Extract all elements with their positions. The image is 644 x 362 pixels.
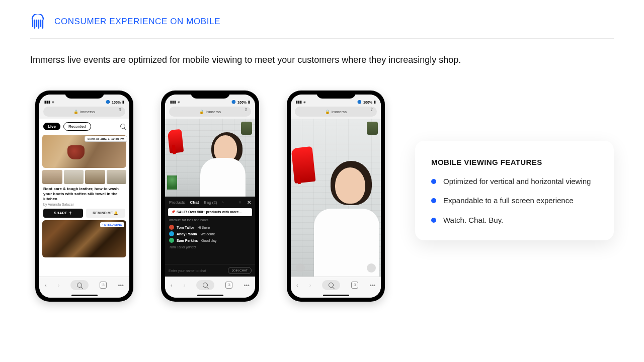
- chat-username: Sam Perkins: [177, 239, 198, 242]
- chat-text: Good day: [201, 239, 216, 242]
- feature-item: Expandable to a full screen experience: [431, 196, 598, 206]
- streaming-badge: • STREAMING: [100, 222, 124, 227]
- presenter: [303, 149, 381, 277]
- more-vertical-icon[interactable]: ⋮: [238, 200, 242, 205]
- features-title: MOBILE VIEWING FEATURES: [431, 158, 598, 166]
- avatar: [169, 231, 174, 236]
- feature-text: Expandable to a full screen experience: [443, 196, 574, 206]
- remind-me-button[interactable]: REMIND ME 🔔: [86, 209, 126, 218]
- feature-text: Watch. Chat. Buy.: [443, 215, 503, 225]
- avatar: [169, 225, 174, 230]
- chat-input[interactable]: Enter your name to chat: [169, 269, 206, 273]
- forward-icon[interactable]: ›: [309, 282, 311, 288]
- bullet-icon: [431, 218, 436, 223]
- bag-icon[interactable]: [296, 263, 305, 273]
- bullet-icon: [431, 179, 436, 184]
- close-icon[interactable]: ✕: [247, 200, 251, 205]
- url-domain: immerss: [80, 110, 95, 114]
- red-heel-product: [168, 129, 184, 153]
- search-button[interactable]: [322, 280, 340, 290]
- tab-live[interactable]: Live: [43, 123, 60, 130]
- url-bar[interactable]: 🔒 immerss ⇪: [295, 107, 377, 117]
- back-icon[interactable]: ‹: [296, 282, 298, 288]
- sale-pinned-message[interactable]: 📌 SALE! Over 500+ products with more...: [168, 208, 252, 216]
- more-icon[interactable]: •••: [369, 282, 375, 288]
- features-list: Optimized for vertical and horizontal vi…: [431, 176, 598, 225]
- chat-username: Andy Panda: [177, 232, 197, 236]
- tab-products[interactable]: Products: [169, 200, 185, 205]
- header: CONSUMER EXPERIENCE ON MOBILE: [0, 0, 644, 38]
- url-bar[interactable]: 🔒 immerss ⇪: [169, 107, 251, 117]
- product-thumbnails[interactable]: [42, 170, 126, 184]
- browser-bottom-nav: ‹ › 3 •••: [165, 277, 255, 293]
- phone-3: ▮▮▮ᯤ 🔵100%▮ 🔒 immerss ⇪: [287, 90, 385, 302]
- browser-bottom-nav: ‹ › 3 •••: [291, 277, 381, 293]
- back-icon[interactable]: ‹: [171, 282, 173, 288]
- main: ▮▮▮ᯤ 🔵100%▮ 🔒 immerss ⇪ Live Recorded: [0, 65, 644, 302]
- chat-username: Tom Tailor: [177, 226, 194, 229]
- tabs-button[interactable]: 3: [351, 282, 358, 289]
- share-icon[interactable]: ⇪: [244, 107, 248, 112]
- search-button[interactable]: [196, 280, 214, 290]
- chat-panel: Products Chat Bag (2) › ⋮ ✕ 📌 SALE! Over…: [165, 197, 255, 277]
- back-icon[interactable]: ‹: [45, 282, 47, 288]
- phone-2: ▮▮▮ᯤ 🔵100%▮ 🔒 immerss ⇪: [161, 90, 259, 302]
- plant-decor: [167, 175, 177, 190]
- forward-icon[interactable]: ›: [184, 282, 186, 288]
- chevron-right-icon[interactable]: ›: [222, 200, 224, 205]
- lock-icon: 🔒: [325, 110, 330, 114]
- tab-recorded[interactable]: Recorded: [63, 122, 91, 131]
- event-author: by Amanda Salazar: [43, 203, 125, 206]
- sale-subline: discount for toes and boots: [169, 218, 251, 222]
- product-thumb-jacket[interactable]: [367, 122, 378, 135]
- chat-joined-notice: Tom Tailor joined: [169, 245, 251, 249]
- more-icon[interactable]: •••: [118, 282, 124, 288]
- lock-icon: 🔒: [199, 110, 204, 114]
- search-icon[interactable]: [120, 122, 125, 131]
- features-card: MOBILE VIEWING FEATURES Optimized for ve…: [415, 141, 614, 240]
- tabs-button[interactable]: 3: [100, 282, 107, 289]
- home-indicator: [291, 293, 381, 298]
- tab-chat[interactable]: Chat: [190, 200, 199, 205]
- feature-item: Watch. Chat. Buy.: [431, 215, 598, 225]
- chat-text: Hi there: [198, 226, 210, 229]
- bullet-icon: [431, 198, 436, 203]
- browser-bottom-nav: ‹ › 3 •••: [39, 277, 129, 293]
- event-title: Boot care & tough leather, how to wash y…: [43, 187, 125, 202]
- more-icon[interactable]: •••: [244, 282, 250, 288]
- chat-messages: Tom TailorHi thereAndy PandaWelcomeSam P…: [165, 224, 255, 264]
- join-chat-button[interactable]: JOIN CHAT: [228, 267, 252, 274]
- phone-mockups: ▮▮▮ᯤ 🔵100%▮ 🔒 immerss ⇪ Live Recorded: [35, 90, 385, 302]
- tab-bag[interactable]: Bag (2): [204, 200, 217, 205]
- red-heel-product: [291, 146, 315, 184]
- presenter: [189, 128, 255, 197]
- notch: [191, 90, 230, 99]
- page-title: CONSUMER EXPERIENCE ON MOBILE: [54, 17, 220, 27]
- notch: [65, 90, 104, 99]
- product-thumb-jacket[interactable]: [241, 122, 252, 135]
- home-indicator: [39, 293, 129, 298]
- battery-icon: ▮: [122, 100, 124, 104]
- tabs-button[interactable]: 3: [225, 282, 232, 289]
- share-icon[interactable]: ⇪: [370, 107, 374, 112]
- signal-icon: ▮▮▮: [44, 100, 50, 104]
- feature-item: Optimized for vertical and horizontal vi…: [431, 176, 598, 187]
- intro-text: Immerss live events are optimized for mo…: [0, 39, 644, 65]
- search-button[interactable]: [70, 280, 89, 290]
- share-icon[interactable]: ⇪: [118, 107, 122, 112]
- lock-icon: 🔒: [73, 110, 78, 114]
- home-indicator: [165, 293, 255, 298]
- fullscreen-live-video[interactable]: [291, 119, 381, 277]
- chat-line: Andy PandaWelcome: [169, 231, 251, 236]
- chat-line: Sam PerkinsGood day: [169, 238, 251, 243]
- battery-label: 100%: [112, 101, 121, 104]
- share-button[interactable]: SHARE ⇪: [43, 209, 83, 218]
- chat-bubble-icon[interactable]: [367, 263, 376, 273]
- chat-text: Welcome: [200, 232, 215, 236]
- brand-logo-icon: [30, 14, 45, 29]
- url-bar[interactable]: 🔒 immerss ⇪: [43, 107, 125, 117]
- phone-1: ▮▮▮ᯤ 🔵100%▮ 🔒 immerss ⇪ Live Recorded: [35, 90, 133, 302]
- streaming-event-card[interactable]: • STREAMING: [42, 220, 126, 257]
- live-video[interactable]: [165, 119, 255, 197]
- forward-icon[interactable]: ›: [58, 282, 60, 288]
